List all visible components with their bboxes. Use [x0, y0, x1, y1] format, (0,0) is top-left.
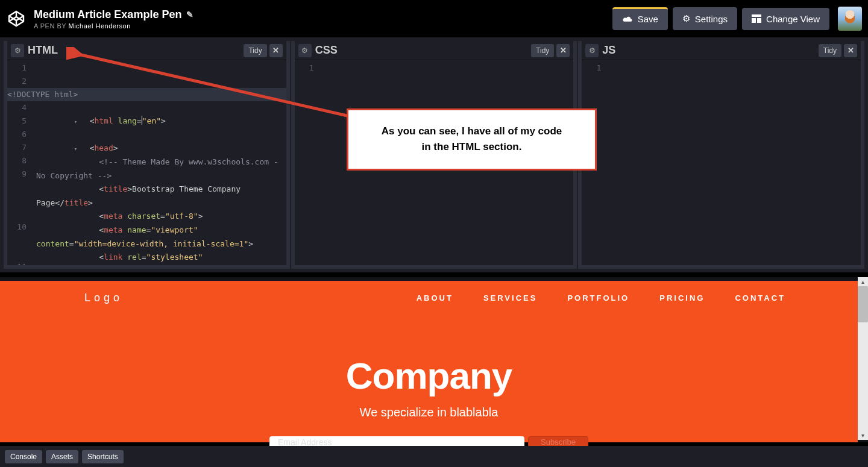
js-editor[interactable]: 1: [582, 60, 861, 265]
top-actions: Save ⚙ Settings Change View: [612, 7, 862, 31]
js-pane: ⚙ JS Tidy ✕ 1: [578, 41, 864, 269]
preview-menu: ABOUT SERVICES PORTFOLIO PRICING CONTACT: [417, 293, 785, 302]
html-pane-header: ⚙ HTML Tidy ✕: [7, 41, 286, 60]
html-pane: ⚙ HTML Tidy ✕ 123456789 1011 <!DOCTYPE h…: [4, 41, 290, 269]
view-icon: [752, 14, 761, 23]
css-close-button[interactable]: ✕: [556, 44, 570, 57]
cloud-icon: [622, 15, 633, 24]
preview-nav-about[interactable]: ABOUT: [417, 293, 453, 302]
css-tidy-button[interactable]: Tidy: [531, 44, 554, 57]
preview-nav-pricing[interactable]: PRICING: [659, 293, 705, 302]
preview-navbar: Logo ABOUT SERVICES PORTFOLIO PRICING CO…: [0, 281, 858, 315]
scroll-up-icon[interactable]: ▴: [861, 277, 864, 286]
change-view-label: Change View: [766, 14, 820, 24]
gear-icon: ⚙: [682, 13, 690, 24]
save-button[interactable]: Save: [612, 7, 668, 30]
html-close-button[interactable]: ✕: [269, 44, 283, 57]
author-link[interactable]: Michael Henderson: [69, 22, 131, 30]
css-settings-button[interactable]: ⚙: [298, 44, 312, 57]
html-pane-title: HTML: [28, 44, 244, 57]
pen-by-label: A PEN BY: [34, 22, 66, 30]
annotation-callout: As you can see, I have all of my code in…: [347, 108, 597, 171]
console-button[interactable]: Console: [5, 450, 42, 463]
preview-heading: Company: [0, 354, 858, 397]
svg-rect-5: [757, 18, 761, 23]
annotation-line-2: in the HTML section.: [360, 139, 583, 155]
top-header: Medium Article Example Pen ✎ A PEN BY Mi…: [0, 0, 868, 37]
css-pane-title: CSS: [315, 44, 531, 57]
pen-title[interactable]: Medium Article Example Pen: [34, 8, 181, 21]
save-label: Save: [638, 14, 658, 24]
code-token: <!DOCTYPE html>: [7, 90, 78, 99]
html-tidy-button[interactable]: Tidy: [244, 44, 266, 57]
html-settings-button[interactable]: ⚙: [11, 44, 24, 57]
scroll-down-icon[interactable]: ▾: [861, 431, 864, 440]
settings-button[interactable]: ⚙ Settings: [673, 7, 737, 30]
js-close-button[interactable]: ✕: [844, 44, 857, 57]
user-avatar[interactable]: [838, 7, 862, 31]
edit-title-icon[interactable]: ✎: [186, 10, 193, 19]
html-editor[interactable]: 123456789 1011 <!DOCTYPE html> ▾<html la…: [7, 60, 286, 265]
shortcuts-button[interactable]: Shortcuts: [82, 450, 124, 463]
preview-logo[interactable]: Logo: [84, 292, 123, 304]
preview-area: Logo ABOUT SERVICES PORTFOLIO PRICING CO…: [0, 277, 868, 442]
js-tidy-button[interactable]: Tidy: [819, 44, 841, 57]
scroll-thumb[interactable]: [858, 286, 868, 322]
annotation-line-1: As you can see, I have all of my code: [360, 124, 583, 139]
js-pane-title: JS: [602, 44, 818, 57]
preview-nav-contact[interactable]: CONTACT: [735, 293, 785, 302]
html-code[interactable]: <!DOCTYPE html> ▾<html lang="en"> ▾<head…: [36, 60, 286, 265]
preview-iframe[interactable]: Logo ABOUT SERVICES PORTFOLIO PRICING CO…: [0, 281, 858, 442]
js-settings-button[interactable]: ⚙: [585, 44, 599, 57]
css-pane-header: ⚙ CSS Tidy ✕: [295, 41, 574, 60]
preview-nav-services[interactable]: SERVICES: [483, 293, 538, 302]
preview-nav-portfolio[interactable]: PORTFOLIO: [567, 293, 629, 302]
preview-subheading: We specialize in blablabla: [0, 406, 858, 419]
preview-hero: Company We specialize in blablabla Email…: [0, 315, 858, 447]
svg-rect-3: [752, 14, 761, 17]
js-pane-header: ⚙ JS Tidy ✕: [582, 41, 861, 60]
preview-scrollbar[interactable]: ▴ ▾: [858, 277, 868, 440]
settings-label: Settings: [695, 14, 728, 24]
codepen-logo-icon[interactable]: [6, 8, 27, 29]
title-block: Medium Article Example Pen ✎ A PEN BY Mi…: [34, 8, 612, 30]
change-view-button[interactable]: Change View: [742, 8, 829, 30]
svg-rect-4: [752, 18, 756, 23]
assets-button[interactable]: Assets: [46, 450, 78, 463]
footer-bar: Console Assets Shortcuts: [0, 446, 868, 467]
